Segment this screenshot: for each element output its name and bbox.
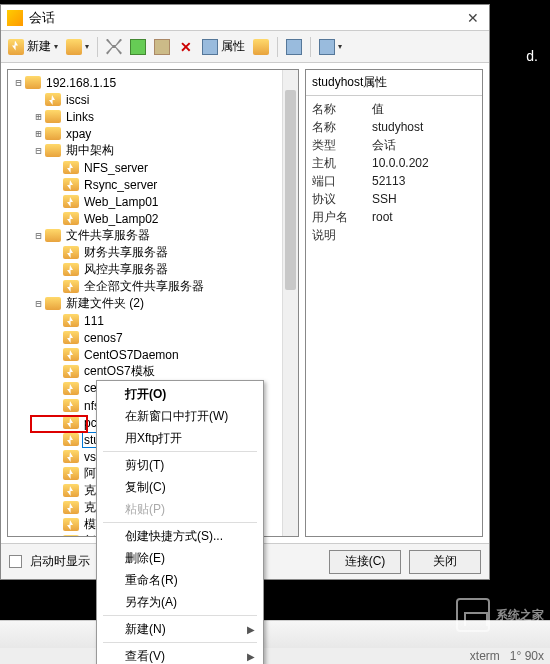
tree-item[interactable]: cenos7 <box>10 329 296 346</box>
delete-button[interactable]: ✕ <box>175 35 197 59</box>
properties-title: studyhost属性 <box>306 70 482 96</box>
tree-label[interactable]: Links <box>64 110 96 124</box>
tree-item[interactable]: 风控共享服务器 <box>10 261 296 278</box>
tree-toggle[interactable]: ⊟ <box>32 230 45 241</box>
property-row: 主机10.0.0.202 <box>312 154 476 172</box>
session-icon <box>63 535 79 537</box>
property-key: 说明 <box>312 227 372 244</box>
property-value: studyhost <box>372 120 423 134</box>
tree-label[interactable]: 期中架构 <box>64 142 116 159</box>
tree-item[interactable]: NFS_server <box>10 159 296 176</box>
property-value: root <box>372 210 393 224</box>
tree-label[interactable]: NFS_server <box>82 161 150 175</box>
menu-label: 新建(N) <box>125 621 166 638</box>
folder-icon <box>45 110 61 123</box>
tree-item[interactable]: centOS7模板 <box>10 363 296 380</box>
tree-toggle[interactable]: ⊞ <box>32 111 45 122</box>
menu-separator <box>103 615 257 616</box>
tree-item[interactable]: ⊟新建文件夹 (2) <box>10 295 296 312</box>
tree-toggle[interactable]: ⊞ <box>32 128 45 139</box>
menu-item[interactable]: 重命名(R) <box>99 569 261 591</box>
tree-item[interactable]: 全企部文件共享服务器 <box>10 278 296 295</box>
tree-root-item[interactable]: ⊟192.168.1.15 <box>10 74 296 91</box>
tree-item[interactable]: ⊟文件共享服务器 <box>10 227 296 244</box>
tree-item[interactable]: ⊟期中架构 <box>10 142 296 159</box>
tree-toggle[interactable]: ⊟ <box>32 145 45 156</box>
tree-label[interactable]: xpay <box>64 127 93 141</box>
menu-item[interactable]: 删除(E) <box>99 547 261 569</box>
tree-label[interactable]: CentOS7Daemon <box>82 348 181 362</box>
tree-label[interactable]: Web_Lamp01 <box>82 195 161 209</box>
tree-item[interactable]: iscsi <box>10 91 296 108</box>
titlebar[interactable]: 会话 ✕ <box>1 5 489 31</box>
tree-item[interactable]: Rsync_server <box>10 176 296 193</box>
tree-label[interactable]: 192.168.1.15 <box>44 76 118 90</box>
properties-header: 名称 值 <box>312 100 476 118</box>
scrollbar-thumb[interactable] <box>285 90 296 290</box>
separator <box>277 37 278 57</box>
watermark-icon <box>456 598 490 632</box>
property-row: 端口52113 <box>312 172 476 190</box>
session-icon <box>63 263 79 276</box>
startup-checkbox[interactable] <box>9 555 22 568</box>
menu-item[interactable]: 在新窗口中打开(W) <box>99 405 261 427</box>
tree-item[interactable]: ⊞Links <box>10 108 296 125</box>
menu-item[interactable]: 剪切(T) <box>99 454 261 476</box>
tree-label[interactable]: Rsync_server <box>82 178 159 192</box>
tree-label[interactable]: 风控共享服务器 <box>82 261 170 278</box>
settings-icon <box>286 39 302 55</box>
menu-item[interactable]: 复制(C) <box>99 476 261 498</box>
menu-item[interactable]: 创建快捷方式(S)... <box>99 525 261 547</box>
tree-toggle[interactable]: ⊟ <box>32 298 45 309</box>
menu-item[interactable]: 用Xftp打开 <box>99 427 261 449</box>
close-button[interactable]: ✕ <box>463 8 483 28</box>
cut-button[interactable] <box>103 35 125 59</box>
menu-label: 创建快捷方式(S)... <box>125 528 223 545</box>
menu-item[interactable]: 查看(V)▶ <box>99 645 261 664</box>
tree-label[interactable]: 全企部文件共享服务器 <box>82 278 206 295</box>
copy-button[interactable] <box>127 35 149 59</box>
tree-label[interactable]: centOS7模板 <box>82 363 157 380</box>
copy-icon <box>130 39 146 55</box>
tree-label[interactable]: 财务共享服务器 <box>82 244 170 261</box>
tree-item[interactable]: Web_Lamp01 <box>10 193 296 210</box>
folder-icon <box>45 297 61 310</box>
tree-item[interactable]: Web_Lamp02 <box>10 210 296 227</box>
browse-button[interactable] <box>250 35 272 59</box>
menu-label: 复制(C) <box>125 479 166 496</box>
tree-item[interactable]: ⊞xpay <box>10 125 296 142</box>
properties-button[interactable]: 属性 <box>199 35 248 59</box>
view-button[interactable]: ▾ <box>316 35 345 59</box>
session-icon <box>63 280 79 293</box>
tree-label[interactable]: 111 <box>82 314 106 328</box>
property-key: 名称 <box>312 119 372 136</box>
tree-label[interactable]: cenos7 <box>82 331 125 345</box>
app-icon <box>7 10 23 26</box>
menu-separator <box>103 451 257 452</box>
property-row: 用户名root <box>312 208 476 226</box>
submenu-arrow-icon: ▶ <box>247 624 255 635</box>
tree-item[interactable]: CentOS7Daemon <box>10 346 296 363</box>
connect-button[interactable]: 连接(C) <box>329 550 401 574</box>
watermark: 系统之家 <box>456 598 544 632</box>
menu-item[interactable]: 新建(N)▶ <box>99 618 261 640</box>
close-button[interactable]: 关闭 <box>409 550 481 574</box>
paste-button[interactable] <box>151 35 173 59</box>
new-button[interactable]: 新建 ▾ <box>5 35 61 59</box>
property-value: 10.0.0.202 <box>372 156 429 170</box>
tree-label[interactable]: Web_Lamp02 <box>82 212 161 226</box>
session-icon <box>63 433 79 446</box>
tree-toggle[interactable]: ⊟ <box>12 77 25 88</box>
menu-item[interactable]: 打开(O) <box>99 383 261 405</box>
menu-item[interactable]: 另存为(A) <box>99 591 261 613</box>
scrollbar[interactable] <box>282 70 298 536</box>
tree-item[interactable]: 财务共享服务器 <box>10 244 296 261</box>
tree-item[interactable]: 111 <box>10 312 296 329</box>
folder-icon <box>25 76 41 89</box>
tree-label[interactable]: 文件共享服务器 <box>64 227 152 244</box>
toolbar-button[interactable] <box>283 35 305 59</box>
tree-label[interactable]: iscsi <box>64 93 91 107</box>
properties-icon <box>202 39 218 55</box>
toolbar-button[interactable]: ▾ <box>63 35 92 59</box>
tree-label[interactable]: 新建文件夹 (2) <box>64 295 146 312</box>
